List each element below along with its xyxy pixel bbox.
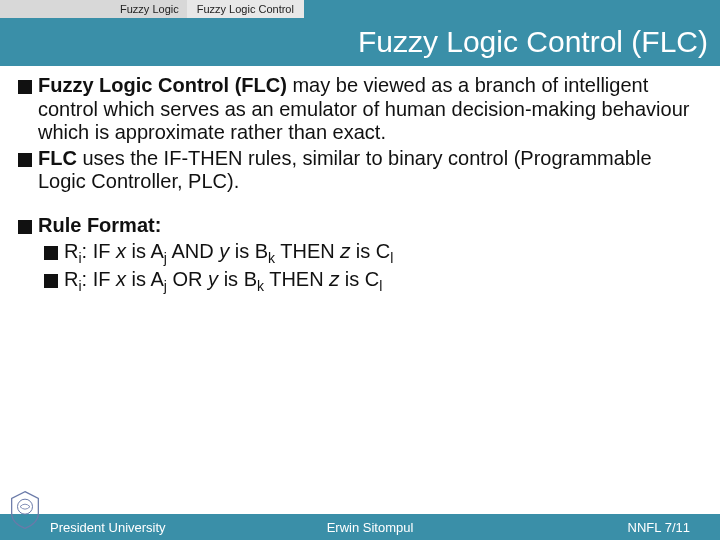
text: decision-making xyxy=(452,98,597,120)
italic-text: z xyxy=(329,268,339,290)
text: R xyxy=(64,268,78,290)
square-bullet-icon xyxy=(44,246,58,260)
text: is C xyxy=(339,268,379,290)
subscript: l xyxy=(379,278,382,294)
square-bullet-icon xyxy=(44,274,58,288)
page-title: Fuzzy Logic Control (FLC) xyxy=(358,25,708,59)
italic-text: x xyxy=(116,268,126,290)
subscript: k xyxy=(257,278,264,294)
text: approximate xyxy=(115,121,225,143)
italic-text: z xyxy=(340,240,350,262)
text: is A xyxy=(126,240,164,262)
text: R xyxy=(64,240,78,262)
text: : IF xyxy=(82,240,116,262)
bullet-text: Rule Format: xyxy=(38,214,702,238)
text: OR xyxy=(167,268,208,290)
bold-text: Rule Format: xyxy=(38,214,161,236)
sub-bullet-item-1: Ri: IF x is Aj AND y is Bk THEN z is Cl xyxy=(18,240,702,267)
breadcrumb-item-1: Fuzzy Logic xyxy=(0,0,187,18)
bold-text: Fuzzy Logic Control (FLC) xyxy=(38,74,287,96)
text: uses the IF-THEN rules, similar to binar… xyxy=(38,147,652,193)
footer-center: Erwin Sitompul xyxy=(263,520,476,535)
text: THEN xyxy=(275,240,340,262)
breadcrumb-bar: Fuzzy Logic Fuzzy Logic Control xyxy=(0,0,720,18)
bullet-item-3: Rule Format: xyxy=(18,214,702,238)
text: : IF xyxy=(82,268,116,290)
bullet-item-1: Fuzzy Logic Control (FLC) may be viewed … xyxy=(18,74,702,145)
italic-text: y xyxy=(219,240,229,262)
bullet-item-2: FLC uses the IF-THEN rules, similar to b… xyxy=(18,147,702,194)
text: is C xyxy=(350,240,390,262)
text: may be viewed as a branch of xyxy=(287,74,564,96)
sub-bullet-item-2: Ri: IF x is Aj OR y is Bk THEN z is Cl xyxy=(18,268,702,295)
bullet-text: Ri: IF x is Aj AND y is Bk THEN z is Cl xyxy=(64,240,702,267)
text: control which serves as an emulator of h… xyxy=(38,98,452,120)
text: is A xyxy=(126,268,164,290)
text: is B xyxy=(218,268,257,290)
italic-text: x xyxy=(116,240,126,262)
square-bullet-icon xyxy=(18,153,32,167)
italic-text: y xyxy=(208,268,218,290)
bullet-text: FLC uses the IF-THEN rules, similar to b… xyxy=(38,147,702,194)
subscript: l xyxy=(390,250,393,266)
footer-right: NNFL 7/11 xyxy=(477,520,720,535)
text: rather than exact. xyxy=(225,121,386,143)
square-bullet-icon xyxy=(18,220,32,234)
university-logo-icon xyxy=(8,490,42,530)
bullet-text: Ri: IF x is Aj OR y is Bk THEN z is Cl xyxy=(64,268,702,295)
text: AND xyxy=(167,240,219,262)
breadcrumb-item-2: Fuzzy Logic Control xyxy=(187,0,304,18)
bold-text: FLC xyxy=(38,147,77,169)
text: THEN xyxy=(264,268,329,290)
bullet-text: Fuzzy Logic Control (FLC) may be viewed … xyxy=(38,74,702,145)
text: is B xyxy=(229,240,268,262)
footer-bar: President University Erwin Sitompul NNFL… xyxy=(0,514,720,540)
title-bar: Fuzzy Logic Control (FLC) xyxy=(0,18,720,66)
text: intelligent xyxy=(564,74,649,96)
square-bullet-icon xyxy=(18,80,32,94)
slide-content: Fuzzy Logic Control (FLC) may be viewed … xyxy=(0,66,720,295)
